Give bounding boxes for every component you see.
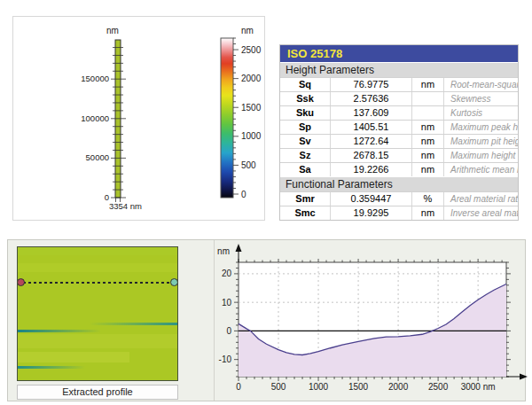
cell-desc: Maximum peak height [443,121,518,134]
table-row: Ssk2.57636Skewness [280,91,518,105]
table-row: Smr0.359447%Areal material ratio [280,191,518,206]
app-canvas: 050000100000150000nm3354 nm 050010001500… [0,0,532,405]
table-row: Sa19.2266nmArithmetic mean height [280,162,518,176]
cell-unit: nm [411,206,443,220]
cell-param: Ssk [280,92,330,105]
profile-handle-right[interactable] [170,278,178,286]
cell-unit: nm [411,121,443,134]
tick-label: 2000 [241,74,262,83]
surface-streak [18,263,177,272]
cell-param: Sq [280,78,330,91]
tick-label: 10 [222,298,232,308]
cell-param: Sa [280,163,330,176]
tick-label: 0 [236,382,241,392]
iso-table-body: Height ParametersSq76.9775nmRoot-mean-sq… [280,62,518,220]
profile-extraction-line[interactable] [18,282,177,284]
height-axis-svg: 050000100000150000nm3354 nm [68,26,157,217]
iso-parameters-table: ISO 25178 Height ParametersSq76.9775nmRo… [279,44,519,221]
cell-desc: Maximum pit height [443,135,518,148]
cell-desc: Skewness [443,92,518,105]
surface-image[interactable] [17,246,178,381]
axis-unit-label: nm [106,26,119,35]
cell-param: Sku [280,106,330,120]
tick-label: 1500 [241,103,262,113]
cell-value: 19.2266 [330,163,411,176]
cell-unit: % [411,192,443,206]
cell-param: Sp [280,121,330,134]
cell-param: Smr [280,192,330,206]
y-axis-unit-label: nm [217,246,230,256]
extracted-profile-button[interactable]: Extracted profile [17,385,178,400]
cell-desc: Kurtosis [443,106,518,120]
height-map-panel: 050000100000150000nm3354 nm 050010001500… [12,16,265,221]
cell-value: 1405.51 [330,121,411,134]
table-section-header: Functional Parameters [280,176,518,191]
surface-streak [18,247,177,255]
cell-desc: Maximum height [443,149,518,162]
panel-divider [214,240,215,401]
tick-label: 1000 [309,382,329,392]
y-axis-arrow [236,244,242,252]
colorbar-gradient [221,38,233,198]
tick-label: 100000 [81,113,109,123]
surface-streak [18,334,177,348]
cell-unit [411,106,443,120]
surface-streak [18,352,129,362]
table-row: Sq76.9775nmRoot-mean-square height [280,77,518,91]
cell-value: 1272.64 [330,135,411,148]
cell-unit: nm [411,163,443,176]
tick-label: 500 [241,160,256,170]
surface-streak [18,330,101,332]
analysis-panel: Extracted profile 0500100015002000250030… [7,239,526,401]
axis-unit-label: nm [241,26,254,35]
tick-label: 150000 [81,74,109,83]
tick-label: -10 [219,354,232,364]
tick-label: 1500 [348,382,369,392]
cell-param: Smc [280,206,330,220]
cell-value: 19.9295 [330,206,411,220]
profile-handle-left[interactable] [17,278,25,286]
cell-value: 76.9775 [330,78,411,91]
cell-desc: Inverse areal material ratio [443,206,518,220]
table-row: Sv1272.64nmMaximum pit height [280,134,518,148]
table-row: Sp1405.51nmMaximum peak height [280,120,518,134]
tick-label: 20 [222,269,232,278]
cell-param: Sv [280,135,330,148]
cell-value: 2.57636 [330,92,411,105]
profile-chart-svg: 050010001500200025003000 nm-1001020nm [215,242,528,400]
cell-unit: nm [411,78,443,91]
cell-desc: Arithmetic mean height [443,163,518,176]
cell-desc: Areal material ratio [443,192,518,206]
x-extent-label: 3354 nm [109,201,142,211]
x-axis-arrow [520,374,528,380]
cell-unit: nm [411,135,443,148]
tick-label: 2500 [428,382,449,392]
surface-streak [18,366,85,369]
tick-label: 0 [226,326,231,336]
cell-unit [411,92,443,105]
cell-value: 0.359447 [330,192,411,206]
tick-label: 2500 [241,45,262,55]
table-row: Sz2678.15nmMaximum height [280,148,518,162]
cell-value: 2678.15 [330,149,411,162]
colorbar-svg: 05001000150020002500nm [214,26,263,217]
table-section-header: Height Parameters [280,62,518,77]
cell-desc: Root-mean-square height [443,78,518,91]
surface-streak [90,323,177,325]
iso-table-title: ISO 25178 [280,45,518,62]
cell-value: 137.609 [330,106,411,120]
cell-unit: nm [411,149,443,162]
tick-label: 2000 [388,382,409,392]
tick-label: 0 [241,190,246,199]
table-row: Smc19.9295nmInverse areal material ratio [280,206,518,220]
cell-param: Sz [280,149,330,162]
tick-label: 1000 [241,131,262,141]
table-row: Sku137.609Kurtosis [280,105,518,120]
tick-label: 3000 nm [461,382,496,392]
tick-label: 50000 [86,152,109,162]
tick-label: 500 [271,382,286,392]
